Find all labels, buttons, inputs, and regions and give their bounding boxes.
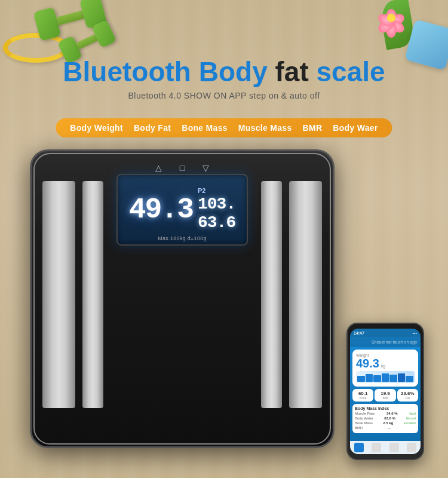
- electrode-strip-right-2: [289, 181, 322, 408]
- display-symbols: △ □ ▽: [128, 163, 236, 173]
- lcd-secondary-top: 103.: [198, 195, 235, 214]
- flower-icon: [373, 0, 409, 36]
- feature-body-fat: Body Fat: [134, 123, 171, 133]
- display-screen: 49.3 P2 103. 63.6 Max.180kg d=100g: [116, 174, 248, 246]
- phone-stats-row: 60.1 Bone 19.9 BMI 23.6% Fat: [352, 389, 418, 402]
- features-bar: Body Weight Body Fat Bone Mass Muscle Ma…: [56, 118, 392, 137]
- p2-label: P2: [198, 187, 205, 194]
- phone-metric-row-0: Muscle Rate 34.6 % Ideal: [355, 412, 416, 415]
- phone-stat-1: 19.9 BMI: [375, 389, 395, 402]
- phone-time: 14:47: [354, 331, 364, 335]
- phone-metric-row-1: Body Water 63.8 % Normal: [355, 416, 416, 420]
- title-bluetooth: Bluetooth Body: [63, 56, 267, 87]
- phone-metric-name-2: Bone Mass: [355, 421, 373, 425]
- phone-metric-status-2: Excellent: [404, 421, 416, 425]
- lcd-secondary-bottom: 63.6: [198, 214, 235, 232]
- max-capacity-text: Max.180kg d=100g: [158, 235, 207, 241]
- phone-bmi-title: Body Mass Index: [355, 406, 416, 410]
- nav-home-icon: [354, 443, 364, 452]
- phone-weight-card: Weight 49.3 kg: [352, 350, 418, 387]
- phone-metric-val-2: 2.5 kg: [383, 421, 393, 425]
- phone-bmi-section: Body Mass Index Muscle Rate 34.6 % Ideal…: [352, 404, 418, 433]
- phone-bottom-nav: [350, 441, 421, 454]
- phone-stat-lbl-1: BMI: [377, 396, 393, 400]
- phone-stat-val-1: 19.9: [377, 391, 393, 396]
- nav-settings-icon: [389, 443, 399, 452]
- feature-body-weight: Body Weight: [70, 123, 123, 133]
- feature-body-waer: Body Waer: [333, 123, 378, 133]
- phone-metric-val-1: 63.8 %: [384, 416, 395, 420]
- feature-muscle-mass: Muscle Mass: [238, 123, 292, 133]
- subtitle: Bluetooth 4.0 SHOW ON APP step on & auto…: [0, 91, 448, 100]
- symbol-inverted-triangle: ▽: [202, 163, 209, 173]
- phone-screen: 14:47 ▪▪▪ Should not touch on app Weight…: [350, 329, 421, 454]
- phone-stat-2: 23.6% Fat: [397, 389, 418, 402]
- phone-body: 14:47 ▪▪▪ Should not touch on app Weight…: [346, 323, 424, 460]
- phone-weight-value: 49.3: [356, 357, 379, 369]
- phone-status-bar: 14:47 ▪▪▪: [350, 329, 421, 337]
- phone-stat-val-0: 60.1: [355, 391, 371, 396]
- title-fat: fat: [275, 56, 309, 87]
- phone-metric-status-0: Ideal: [409, 412, 416, 415]
- phone-metric-row-2: Bone Mass 2.5 kg Excellent: [355, 421, 416, 425]
- phone-chart: [356, 371, 415, 383]
- phone-metric-val-0: 34.6 %: [386, 412, 398, 415]
- phone-metric-val-3: —: [388, 426, 391, 430]
- title-scale: scale: [317, 56, 385, 87]
- nav-profile-icon: [407, 443, 416, 452]
- lcd-container: 49.3 P2 103. 63.6: [126, 184, 238, 235]
- phone-metric-name-3: BMR: [355, 426, 363, 430]
- phone-weight-unit: kg: [381, 364, 385, 368]
- electrode-strip-left-1: [42, 181, 75, 408]
- phone-metric-row-3: BMR —: [355, 426, 416, 430]
- phone-stat-val-2: 23.6%: [400, 391, 416, 396]
- electrode-strip-right-1: [261, 181, 282, 408]
- scale-container: △ □ ▽ 49.3 P2 103. 63.6 Max.180kg d=100g: [30, 149, 346, 454]
- electrode-strip-left-2: [82, 181, 103, 408]
- phone-stat-lbl-0: Bone: [355, 396, 371, 400]
- header: Bluetooth Body fat scale Bluetooth 4.0 S…: [0, 57, 448, 100]
- phone-app-header: Should not touch on app: [350, 337, 421, 347]
- phone-signal-icons: ▪▪▪: [413, 331, 417, 335]
- lcd-main-weight: 49.3: [129, 194, 193, 226]
- phone-stat-0: 60.1 Bone: [352, 389, 373, 402]
- feature-bone-mass: Bone Mass: [182, 123, 228, 133]
- main-title: Bluetooth Body fat scale: [0, 57, 448, 87]
- phone-metric-name-1: Body Water: [355, 416, 373, 420]
- phone-stat-lbl-2: Fat: [400, 396, 416, 400]
- nav-stats-icon: [372, 443, 381, 452]
- phone-mockup: 14:47 ▪▪▪ Should not touch on app Weight…: [346, 323, 424, 460]
- phone-metric-name-0: Muscle Rate: [355, 412, 375, 415]
- feature-bmr: BMR: [303, 123, 323, 133]
- scale-body: △ □ ▽ 49.3 P2 103. 63.6 Max.180kg d=100g: [30, 149, 335, 448]
- symbol-triangle: △: [155, 163, 162, 173]
- symbol-square: □: [180, 163, 185, 173]
- phone-metric-status-1: Normal: [406, 416, 416, 420]
- lcd-right-panel: P2 103. 63.6: [198, 187, 235, 232]
